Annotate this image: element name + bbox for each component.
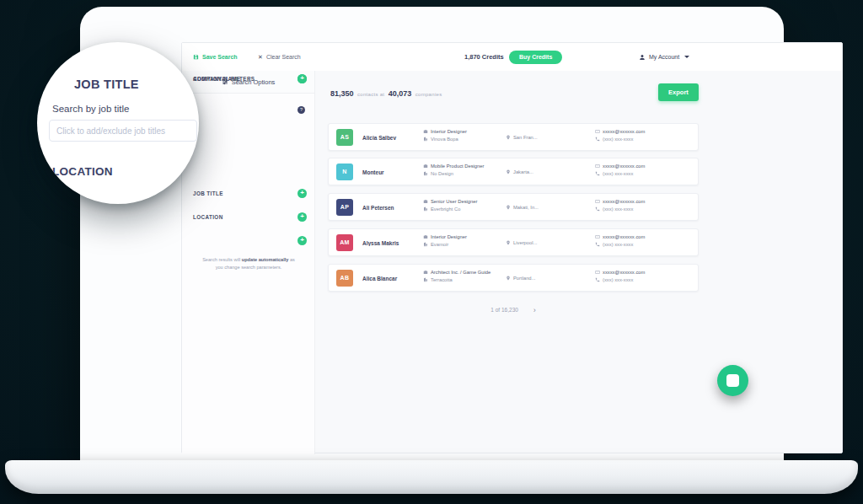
sidebar-item-job-title[interactable]: JOB TITLE + xyxy=(193,185,307,201)
phone: (xxx) xxx-xxxx xyxy=(603,206,633,212)
page-indicator: 1 of 16,230 xyxy=(490,307,518,313)
add-filter-icon[interactable]: + xyxy=(297,212,307,222)
job-title-search-input[interactable] xyxy=(49,120,197,142)
contact-column: xxxxx@xxxxxx.com (xxx) xxx-xxxx xyxy=(595,270,694,282)
contact-name: Monteur xyxy=(362,169,420,175)
phone: (xxx) xxx-xxxx xyxy=(603,242,633,247)
email: xxxxx@xxxxxx.com xyxy=(603,164,645,169)
job-title: Architect Inc. / Game Guide xyxy=(431,270,490,275)
email-icon xyxy=(595,234,600,239)
table-row[interactable]: AS Alicia Salbev Interior Designer Vinov… xyxy=(328,123,699,151)
job-company-column: Interior Designer Evamoir xyxy=(423,234,503,247)
briefcase-icon xyxy=(423,270,428,275)
sidebar-item-location[interactable]: LOCATION + xyxy=(193,209,307,224)
table-row[interactable]: AB Alica Blancar Architect Inc. / Game G… xyxy=(328,264,699,292)
contact-name: Alica Blancar xyxy=(362,276,420,281)
company-name: No Design xyxy=(431,171,453,176)
location: Liverpool... xyxy=(513,240,537,245)
phone: (xxx) xxx-xxxx xyxy=(603,171,633,176)
avatar: AB xyxy=(336,270,353,287)
contact-column: xxxxx@xxxxxx.com (xxx) xxx-xxxx xyxy=(595,199,694,212)
save-search-label: Save Search xyxy=(202,54,238,60)
avatar: AM xyxy=(336,234,353,251)
company-name: Everbright Co xyxy=(431,206,460,212)
table-row[interactable]: AP Ali Petersen Senior User Designer Eve… xyxy=(328,193,699,221)
pin-icon xyxy=(506,276,511,281)
clear-search-button[interactable]: ✕ Clear Search xyxy=(258,43,301,71)
table-row[interactable]: N Monteur Mobile Product Designer No Des… xyxy=(328,158,699,185)
location: Portland... xyxy=(513,276,535,281)
export-button[interactable]: Export xyxy=(658,83,699,101)
job-title: Interior Designer xyxy=(431,234,467,239)
location-column: Jakarta... xyxy=(506,169,580,174)
next-page-button[interactable]: › xyxy=(533,308,536,313)
sidebar-item-hidden[interactable]: + xyxy=(193,233,307,248)
save-icon xyxy=(193,54,199,60)
contacts-count: 81,350 xyxy=(330,89,354,98)
help-icon[interactable]: ? xyxy=(297,106,305,114)
results-summary: 81,350 contacts at 40,073 companies xyxy=(330,84,442,99)
clear-icon: ✕ xyxy=(258,54,263,61)
phone-icon xyxy=(595,137,600,142)
phone-icon xyxy=(595,206,600,212)
add-filter-icon[interactable]: + xyxy=(297,189,307,198)
save-search-button[interactable]: Save Search xyxy=(193,43,238,71)
building-icon xyxy=(423,206,428,212)
filter-label: LOCATION xyxy=(193,214,223,220)
filter-label: ADDITIONAL FILTERS xyxy=(193,76,255,82)
avatar: N xyxy=(336,164,353,180)
buy-credits-container: Buy Credits xyxy=(509,43,562,71)
contact-name: Alyssa Makris xyxy=(362,240,420,246)
location-column: San Fran... xyxy=(506,135,580,140)
contact-column: xxxxx@xxxxxx.com (xxx) xxx-xxxx xyxy=(595,164,694,176)
email-icon xyxy=(595,164,600,169)
table-row[interactable]: AM Alyssa Makris Interior Designer Evamo… xyxy=(328,228,699,256)
stage: Save Search ✕ Clear Search 1,870 Credits… xyxy=(0,0,863,504)
email: xxxxx@xxxxxx.com xyxy=(603,270,645,275)
job-title: Mobile Product Designer xyxy=(431,164,484,169)
laptop-base xyxy=(5,460,858,494)
magnified-search-label: Search by job title xyxy=(52,104,129,114)
pin-icon xyxy=(506,205,511,210)
clear-search-label: Clear Search xyxy=(266,54,301,60)
filters-sidebar: Search Options ? JOB TITLE + LOCATION + … xyxy=(182,71,315,454)
building-icon xyxy=(423,171,428,176)
location-column: Portland... xyxy=(506,276,580,281)
email: xxxxx@xxxxxx.com xyxy=(603,234,645,239)
job-company-column: Senior User Designer Everbright Co xyxy=(423,199,503,212)
pin-icon xyxy=(506,240,511,245)
pin-icon xyxy=(506,169,511,174)
my-account-menu[interactable]: My Account xyxy=(639,43,689,71)
briefcase-icon xyxy=(423,164,428,169)
job-company-column: Interior Designer Vinova Bopa xyxy=(423,129,503,142)
location: Makati, In... xyxy=(513,205,539,210)
building-icon xyxy=(423,242,428,247)
location-column: Liverpool... xyxy=(506,240,580,245)
pin-icon xyxy=(506,135,511,140)
company-name: Terracotta xyxy=(431,277,453,282)
company-name: Evamoir xyxy=(431,242,448,247)
building-icon xyxy=(423,137,428,142)
avatar: AP xyxy=(336,199,353,216)
contact-column: xxxxx@xxxxxx.com (xxx) xxx-xxxx xyxy=(595,129,694,142)
sidebar-item-additional-filters[interactable]: ADDITIONAL FILTERS + xyxy=(193,71,307,86)
phone: (xxx) xxx-xxxx xyxy=(603,137,633,142)
briefcase-icon xyxy=(423,199,428,204)
auto-update-note: Search results will update automatically… xyxy=(198,256,299,271)
email: xxxxx@xxxxxx.com xyxy=(603,199,645,204)
email: xxxxx@xxxxxx.com xyxy=(603,129,645,134)
briefcase-icon xyxy=(423,129,428,134)
contact-name: Alicia Salbev xyxy=(362,135,420,141)
add-filter-icon[interactable]: + xyxy=(297,74,307,83)
pagination: 1 of 16,230 › xyxy=(328,307,699,313)
chevron-down-icon xyxy=(684,56,689,58)
buy-credits-button[interactable]: Buy Credits xyxy=(509,51,562,64)
chat-button[interactable] xyxy=(717,365,748,396)
credits-balance: 1,870 Credits xyxy=(464,43,504,71)
location: Jakarta... xyxy=(513,169,533,174)
avatar: AS xyxy=(336,129,353,146)
phone-icon xyxy=(595,242,600,247)
companies-count: 40,073 xyxy=(389,89,412,98)
add-filter-icon[interactable]: + xyxy=(297,236,307,245)
job-company-column: Mobile Product Designer No Design xyxy=(423,164,503,176)
